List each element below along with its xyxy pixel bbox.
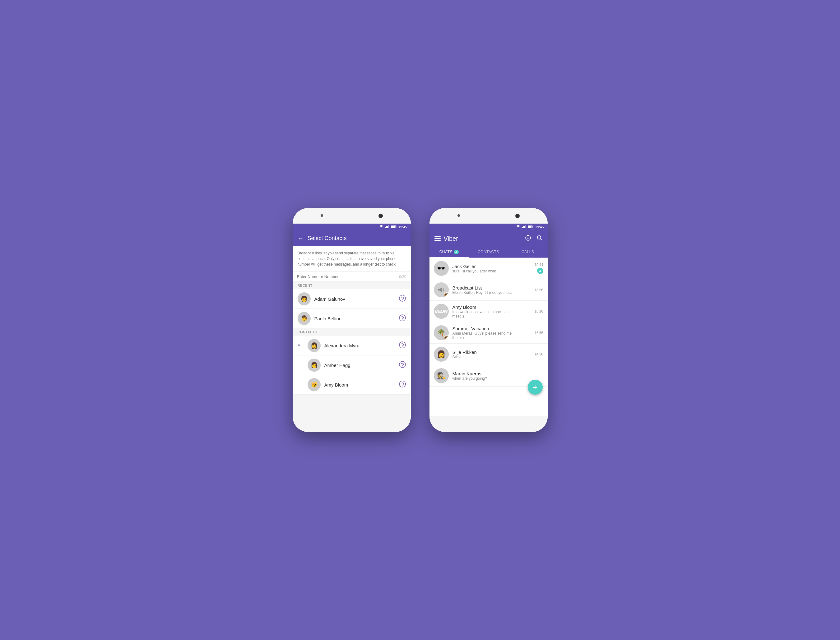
status-time-1: 19:45 [398, 225, 407, 229]
avatar-face-alexandera: 👩 [307, 339, 321, 352]
header-icons [525, 235, 543, 243]
svg-point-18 [518, 228, 518, 228]
contact-name-paolo: Paolo Bellini [314, 316, 395, 321]
avatar-face-silje: 👩 [434, 347, 449, 362]
avatar-broadcast: 👩 [434, 282, 449, 297]
viber-header: Viber [429, 230, 548, 246]
search-input-1[interactable] [297, 274, 399, 279]
chat-info-jack: Jack Geller sure, i'll call you after wo… [453, 264, 531, 274]
svg-rect-3 [387, 226, 388, 228]
chat-info-summer: Summer Vacation Anna Meraz: Guys! please… [453, 326, 531, 340]
chat-list[interactable]: 🕶️ Jack Geller sure, i'll call you after… [429, 258, 548, 416]
hamburger-line-1 [434, 236, 441, 237]
chat-summer-vacation[interactable]: 🌴 👩 Summer Vacation Anna Meraz: Guys! pl… [429, 322, 548, 344]
avatar-amy-1: 😺 [307, 378, 321, 391]
tab-calls[interactable]: CALLS [508, 246, 548, 257]
chat-name-amy: Amy Bloom [453, 304, 531, 310]
fab-new-chat[interactable]: + [528, 380, 543, 395]
tabs-bar: CHATS 3 CONTACTS CALLS [429, 246, 548, 258]
svg-rect-19 [522, 227, 523, 228]
phone-bottom-2 [429, 416, 548, 432]
svg-point-14 [399, 362, 406, 368]
chat-amy-bloom[interactable]: MEOW Amy Bloom In a week or so, when im … [429, 301, 548, 322]
contact-adam[interactable]: 🧑 Adam Galunov [293, 289, 411, 309]
camera-icon[interactable] [525, 235, 531, 243]
svg-rect-20 [523, 226, 524, 228]
avatar-amber: 👩 [307, 358, 321, 372]
contacts-section-label: CONTACTS [293, 328, 411, 336]
avatar-face-amber: 👩 [307, 358, 321, 372]
contact-name-alexandera: Alexandera Myra [324, 343, 395, 348]
header-bar-1: ← Select Contacts [293, 230, 411, 246]
chat-name-martin: Martin Kuerbs [453, 371, 539, 376]
chat-badge-jack: 3 [537, 268, 543, 274]
viber-icon-adam [399, 295, 406, 303]
search-icon[interactable] [536, 235, 543, 242]
chat-silje-rikken[interactable]: 👩 Silje Rikken Sticker 14:38 [429, 344, 548, 365]
avatar-face-adam: 🧑 [298, 292, 311, 306]
phone-viber-main: 19:45 Viber [429, 208, 548, 432]
svg-point-12 [399, 342, 406, 348]
status-time-2: 19:45 [535, 225, 544, 229]
contact-amber[interactable]: 👩 Amber Hagg [293, 355, 411, 375]
chat-meta-jack: 19:44 3 [534, 263, 543, 274]
recent-section-label: RECENT [293, 282, 411, 289]
avatar-face-jack: 🕶️ [434, 261, 449, 276]
phone-speaker-1 [321, 214, 323, 217]
search-count-1: 0/20 [399, 275, 406, 279]
svg-point-17 [402, 386, 402, 386]
svg-rect-21 [524, 226, 525, 228]
chat-preview-jack: sure, i'll call you after work [453, 269, 515, 274]
svg-rect-2 [386, 226, 387, 228]
hamburger-menu[interactable] [434, 236, 441, 241]
svg-point-9 [402, 300, 402, 300]
svg-point-10 [399, 315, 406, 321]
alpha-a: A [298, 343, 304, 348]
chat-preview-broadcast: Eloise Koiller: Hey! I'll meet you tomor… [453, 290, 515, 295]
chat-time-amy: 18:28 [534, 309, 543, 313]
chat-meta-amy: 18:28 [534, 309, 543, 313]
back-button-1[interactable]: ← [298, 235, 304, 242]
battery-icon-1 [391, 225, 397, 229]
contact-paolo[interactable]: 👨 Paolo Bellini [293, 309, 411, 328]
chat-time-silje: 14:38 [534, 352, 543, 356]
tab-contacts[interactable]: CONTACTS [469, 246, 508, 257]
contact-name-amy-1: Amy Bloom [324, 382, 395, 387]
svg-point-29 [538, 236, 541, 239]
svg-point-0 [381, 228, 382, 228]
page-title-1: Select Contacts [307, 235, 406, 242]
tab-chats[interactable]: CHATS 3 [429, 246, 469, 258]
chat-name-silje: Silje Rikken [453, 350, 531, 355]
viber-icon-alexandera [399, 341, 406, 350]
chat-jack-geller[interactable]: 🕶️ Jack Geller sure, i'll call you after… [429, 258, 548, 279]
tab-contacts-label: CONTACTS [478, 250, 499, 254]
phone1-scroll[interactable]: Broadcast lists let you send separate me… [293, 246, 411, 416]
svg-line-30 [541, 239, 542, 240]
avatar-jack: 🕶️ [434, 261, 449, 276]
avatar-alexandera: 👩 [307, 339, 321, 352]
svg-point-11 [402, 319, 402, 320]
contact-name-adam: Adam Galunov [314, 296, 395, 302]
chat-info-broadcast: Broadcast List Eloise Koiller: Hey! I'll… [453, 285, 531, 295]
phone-camera-1 [379, 214, 383, 218]
svg-rect-1 [385, 227, 386, 228]
chat-broadcast-list[interactable]: 👩 Broadcast List Eloise Koiller: Hey! I'… [429, 279, 548, 301]
avatar-face-paolo: 👨 [298, 312, 311, 325]
app-title-viber: Viber [444, 235, 525, 242]
avatar-face-amy-1: 😺 [307, 378, 321, 391]
chat-time-broadcast: 18:56 [534, 288, 543, 292]
chat-meta-broadcast: 18:56 [534, 288, 543, 292]
contact-amy-bloom-1[interactable]: 😺 Amy Bloom [293, 375, 411, 395]
contact-alexandera[interactable]: A 👩 Alexandera Myra [293, 336, 411, 355]
chat-meta-silje: 14:38 [534, 352, 543, 356]
chat-preview-silje: Sticker [453, 355, 515, 359]
chat-meta-summer: 16:55 [534, 331, 543, 334]
hamburger-line-3 [434, 240, 441, 241]
svg-rect-7 [395, 226, 396, 227]
chat-name-broadcast: Broadcast List [453, 285, 531, 290]
phone-speaker-2 [458, 214, 460, 217]
chat-preview-amy: In a week or so, when im back lets meet … [453, 310, 515, 318]
chat-info-martin: Martin Kuerbs when are you going? [453, 371, 539, 381]
avatar-amy-2: MEOW [434, 304, 449, 319]
search-bar-1: 0/20 [293, 272, 411, 282]
